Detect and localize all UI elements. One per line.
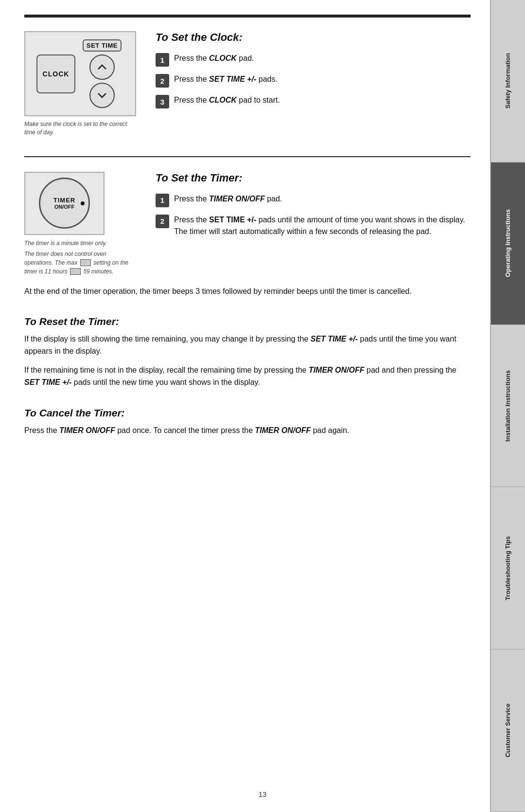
display-icon-2 [70, 268, 81, 275]
cancel-section: To Cancel the Timer: Press the TIMER ON/… [24, 407, 471, 444]
sidebar-tab-customer[interactable]: Customer Service [491, 650, 525, 812]
clock-step-1-text: Press the CLOCK pad. [174, 53, 254, 64]
clock-step-3-text: Press the CLOCK pad to start. [174, 94, 280, 106]
cancel-title: To Cancel the Timer: [24, 407, 471, 419]
page-number: 13 [259, 790, 267, 798]
timer-dot [81, 201, 85, 205]
sidebar: Safety Information Operating Instruction… [490, 0, 525, 812]
timer-note-1: The timer is a minute timer only. [24, 239, 107, 248]
reset-para-1: If the display is still showing the time… [24, 333, 471, 358]
page-container: CLOCK SET TIME [0, 0, 525, 812]
timer-label-bottom: ON/OFF [54, 204, 75, 210]
sidebar-tab-troubleshooting[interactable]: Troubleshooting Tips [491, 487, 525, 650]
sidebar-tab-operating-label: Operating Instructions [504, 209, 512, 277]
clock-step-2: 2 Press the SET TIME +/- pads. [156, 73, 471, 88]
sidebar-tab-installation[interactable]: Installation Instructions [491, 325, 525, 487]
step-number-2: 2 [156, 74, 169, 88]
sidebar-tab-customer-label: Customer Service [504, 704, 512, 758]
set-time-pad: SET TIME [80, 39, 124, 108]
clock-pad: CLOCK [36, 54, 75, 93]
step-number-3: 3 [156, 95, 169, 108]
timer-label-top: TIMER [53, 197, 75, 204]
timer-step-2-text: Press the SET TIME +/- pads until the am… [174, 214, 471, 238]
sidebar-tab-safety[interactable]: Safety Information [491, 0, 525, 162]
timer-section: TIMER ON/OFF The timer is a minute timer… [24, 172, 471, 276]
sidebar-tab-troubleshooting-label: Troubleshooting Tips [504, 536, 512, 600]
timer-step-number-1: 1 [156, 194, 169, 207]
sidebar-tab-operating[interactable]: Operating Instructions [491, 162, 525, 325]
step-number-1: 1 [156, 53, 169, 67]
timer-step-1: 1 Press the TIMER ON/OFF pad. [156, 193, 471, 207]
clock-section-title: To Set the Clock: [156, 31, 471, 44]
arrow-down-icon [89, 83, 115, 108]
timer-note-2: The timer does not control oven operatio… [24, 250, 136, 276]
timer-step-number-2: 2 [156, 215, 169, 228]
timer-diagram: TIMER ON/OFF [24, 172, 105, 235]
reset-section: To Reset the Timer: If the display is st… [24, 316, 471, 395]
reset-title: To Reset the Timer: [24, 316, 471, 327]
reset-para-2: If the remaining time is not in the disp… [24, 364, 471, 389]
section-divider-1 [24, 156, 471, 157]
arrow-up-icon [89, 54, 115, 80]
clock-pad-label: CLOCK [43, 70, 70, 78]
set-time-label: SET TIME [83, 39, 122, 52]
timer-pad: TIMER ON/OFF [39, 178, 90, 229]
clock-instructions: To Set the Clock: 1 Press the CLOCK pad.… [156, 31, 471, 137]
display-icon [80, 259, 91, 266]
timer-image-area: TIMER ON/OFF The timer is a minute timer… [24, 172, 141, 276]
sidebar-tab-safety-label: Safety Information [504, 53, 512, 108]
sidebar-tab-installation-label: Installation Instructions [504, 370, 512, 442]
clock-diagram: CLOCK SET TIME [24, 31, 136, 116]
clock-step-2-text: Press the SET TIME +/- pads. [174, 73, 278, 85]
top-border [24, 15, 471, 18]
clock-note: Make sure the clock is set to the correc… [24, 120, 136, 137]
clock-image-area: CLOCK SET TIME [24, 31, 141, 137]
clock-section: CLOCK SET TIME [24, 31, 471, 137]
timer-section-title: To Set the Timer: [156, 172, 471, 184]
clock-step-1: 1 Press the CLOCK pad. [156, 53, 471, 67]
timer-step-2: 2 Press the SET TIME +/- pads until the … [156, 214, 471, 238]
main-content: CLOCK SET TIME [0, 0, 490, 812]
timer-instructions: To Set the Timer: 1 Press the TIMER ON/O… [156, 172, 471, 276]
cancel-text: Press the TIMER ON/OFF pad once. To canc… [24, 425, 471, 437]
timer-end-text: At the end of the timer operation, the t… [24, 286, 471, 298]
timer-step-1-text: Press the TIMER ON/OFF pad. [174, 193, 282, 205]
clock-step-3: 3 Press the CLOCK pad to start. [156, 94, 471, 108]
